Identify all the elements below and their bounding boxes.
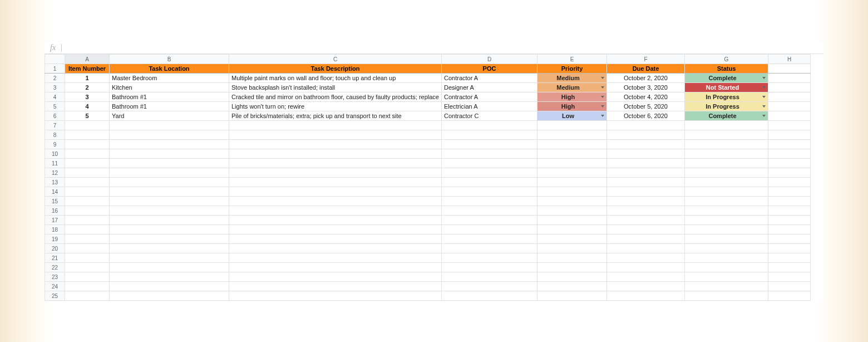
- cell[interactable]: [607, 168, 685, 178]
- cell-task-location[interactable]: Master Bedroom: [110, 74, 229, 83]
- cell[interactable]: [442, 168, 537, 178]
- cell[interactable]: [110, 291, 229, 301]
- cell[interactable]: [110, 187, 229, 197]
- cell[interactable]: [768, 159, 811, 168]
- cell[interactable]: [110, 282, 229, 291]
- row-header[interactable]: 4: [45, 92, 65, 102]
- cell-task-description[interactable]: Pile of bricks/materials; extra; pick up…: [229, 111, 442, 121]
- cell[interactable]: [768, 263, 811, 272]
- cell[interactable]: [65, 149, 110, 159]
- row-header[interactable]: 7: [45, 121, 65, 130]
- row-header[interactable]: 23: [45, 272, 65, 282]
- cell[interactable]: [768, 140, 811, 149]
- row-header[interactable]: 25: [45, 291, 65, 301]
- cell[interactable]: [607, 263, 685, 272]
- cell[interactable]: [110, 121, 229, 130]
- cell[interactable]: [607, 206, 685, 216]
- cell[interactable]: [607, 187, 685, 197]
- cell[interactable]: [607, 121, 685, 130]
- cell-item-number[interactable]: 1: [65, 74, 110, 83]
- cell[interactable]: [685, 206, 768, 216]
- cell[interactable]: [768, 225, 811, 234]
- cell[interactable]: [442, 130, 537, 140]
- cell-poc[interactable]: Electrician A: [442, 102, 537, 111]
- cell[interactable]: [607, 282, 685, 291]
- cell-poc[interactable]: Contractor C: [442, 111, 537, 121]
- cell[interactable]: [768, 130, 811, 140]
- cell[interactable]: [442, 272, 537, 282]
- cell[interactable]: [607, 225, 685, 234]
- cell[interactable]: [110, 168, 229, 178]
- cell[interactable]: [537, 168, 607, 178]
- cell[interactable]: [229, 216, 442, 225]
- cell[interactable]: [537, 291, 607, 301]
- cell[interactable]: [768, 244, 811, 253]
- row-header[interactable]: 5: [45, 102, 65, 111]
- header-poc[interactable]: POC: [442, 64, 537, 74]
- row-header[interactable]: 15: [45, 197, 65, 206]
- cell[interactable]: [442, 282, 537, 291]
- cell-status-dropdown[interactable]: In Progress: [685, 92, 768, 102]
- cell[interactable]: [768, 83, 811, 92]
- row-header[interactable]: 2: [45, 74, 65, 83]
- cell-task-description[interactable]: Stove backsplash isn't installed; instal…: [229, 83, 442, 92]
- row-header[interactable]: 22: [45, 263, 65, 272]
- cell[interactable]: [442, 244, 537, 253]
- cell[interactable]: [685, 187, 768, 197]
- cell[interactable]: [65, 253, 110, 263]
- cell[interactable]: [537, 263, 607, 272]
- cell[interactable]: [768, 272, 811, 282]
- cell[interactable]: [537, 234, 607, 244]
- cell-task-description[interactable]: Cracked tile and mirror on bathroom floo…: [229, 92, 442, 102]
- header-task-description[interactable]: Task Description: [229, 64, 442, 74]
- cell[interactable]: [110, 149, 229, 159]
- col-header-D[interactable]: D: [442, 55, 537, 64]
- cell-priority-dropdown[interactable]: Medium: [537, 83, 607, 92]
- cell[interactable]: [65, 225, 110, 234]
- cell[interactable]: [768, 291, 811, 301]
- cell-priority-dropdown[interactable]: Low: [537, 111, 607, 121]
- cell-task-description[interactable]: Multiple paint marks on wall and floor; …: [229, 74, 442, 83]
- cell[interactable]: [65, 291, 110, 301]
- header-due-date[interactable]: Due Date: [607, 64, 685, 74]
- cell[interactable]: [768, 121, 811, 130]
- row-header[interactable]: 18: [45, 225, 65, 234]
- cell[interactable]: [442, 197, 537, 206]
- cell-status-dropdown[interactable]: Complete: [685, 74, 768, 83]
- cell-task-description[interactable]: Lights won't turn on; rewire: [229, 102, 442, 111]
- cell[interactable]: [110, 244, 229, 253]
- cell[interactable]: [537, 206, 607, 216]
- cell-poc[interactable]: Contractor A: [442, 92, 537, 102]
- row-header[interactable]: 16: [45, 206, 65, 216]
- cell[interactable]: [768, 197, 811, 206]
- cell[interactable]: [229, 206, 442, 216]
- cell[interactable]: [110, 272, 229, 282]
- cell[interactable]: [685, 291, 768, 301]
- cell[interactable]: [537, 178, 607, 187]
- row-header[interactable]: 9: [45, 140, 65, 149]
- row-header[interactable]: 14: [45, 187, 65, 197]
- cell[interactable]: [768, 102, 811, 111]
- cell[interactable]: [685, 197, 768, 206]
- cell[interactable]: [442, 291, 537, 301]
- cell[interactable]: [768, 111, 811, 121]
- cell[interactable]: [537, 244, 607, 253]
- cell-poc[interactable]: Designer A: [442, 83, 537, 92]
- cell[interactable]: [65, 140, 110, 149]
- cell[interactable]: [65, 272, 110, 282]
- cell[interactable]: [768, 206, 811, 216]
- row-header[interactable]: 6: [45, 111, 65, 121]
- cell[interactable]: [685, 159, 768, 168]
- cell[interactable]: [685, 130, 768, 140]
- cell[interactable]: [768, 92, 811, 102]
- cell[interactable]: [229, 244, 442, 253]
- cell[interactable]: [229, 225, 442, 234]
- cell[interactable]: [607, 253, 685, 263]
- cell[interactable]: [229, 178, 442, 187]
- row-header[interactable]: 8: [45, 130, 65, 140]
- cell-status-dropdown[interactable]: Not Started: [685, 83, 768, 92]
- cell[interactable]: [65, 216, 110, 225]
- row-header[interactable]: 24: [45, 282, 65, 291]
- cell[interactable]: [685, 272, 768, 282]
- cell-priority-dropdown[interactable]: High: [537, 92, 607, 102]
